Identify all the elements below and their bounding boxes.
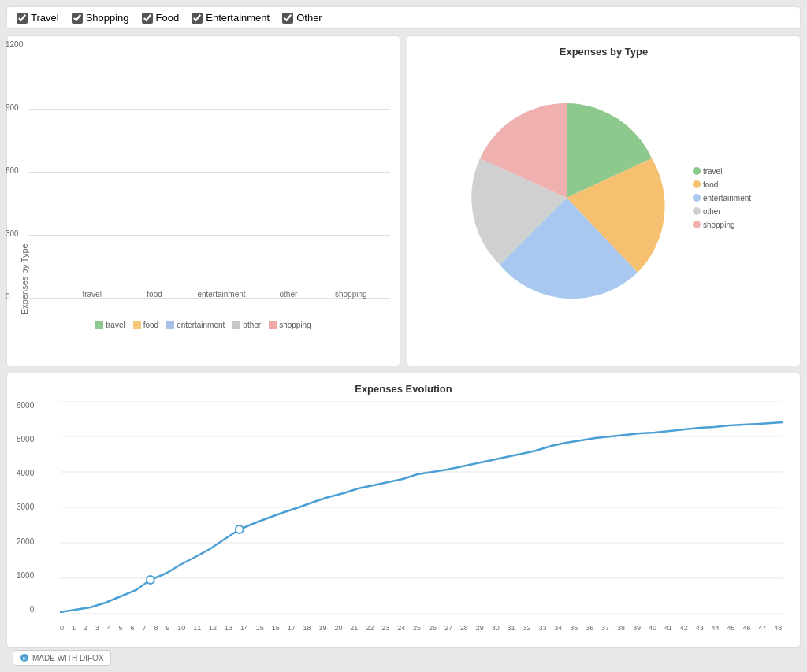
bar-entertainment-label: entertainment	[197, 290, 245, 299]
travel-checkbox[interactable]	[17, 13, 28, 24]
shopping-checkbox[interactable]	[72, 13, 83, 24]
evo-x-0: 0	[60, 624, 64, 632]
pie-legend-other-dot	[693, 207, 701, 215]
other-label: Other	[296, 12, 322, 24]
evo-y-3000: 3000	[17, 503, 34, 511]
food-label: Food	[156, 12, 180, 24]
bar-legend-other: other	[232, 321, 261, 329]
pie-legend-travel-label: travel	[703, 167, 722, 176]
bar-shopping-label: shopping	[335, 290, 367, 299]
evo-x-42: 42	[680, 624, 688, 632]
evo-x-11: 11	[193, 624, 201, 632]
evo-x-18: 18	[303, 624, 311, 632]
pie-chart-card: Expenses by Type travel	[407, 35, 801, 366]
pie-legend-shopping-dot	[693, 221, 701, 228]
bar-legend-shopping-label: shopping	[279, 321, 311, 329]
evo-x-33: 33	[538, 624, 546, 632]
bar-entertainment: entertainment	[197, 287, 245, 299]
evo-y-5000: 5000	[17, 435, 34, 444]
evo-x-16: 16	[272, 624, 280, 632]
bar-other-label: other	[280, 290, 298, 299]
pie-legend-entertainment: entertainment	[693, 194, 751, 202]
evo-svg	[60, 401, 783, 614]
evo-point-6	[147, 576, 154, 584]
pie-legend-food-label: food	[703, 180, 718, 189]
pie-legend-travel: travel	[693, 167, 751, 176]
evo-x-4: 4	[107, 624, 111, 632]
evo-x-19: 19	[319, 624, 327, 632]
evo-x-41: 41	[664, 624, 672, 632]
evo-x-25: 25	[413, 624, 421, 632]
entertainment-checkbox[interactable]	[192, 13, 203, 24]
pie-legend-food-dot	[693, 180, 701, 188]
filter-other[interactable]: Other	[282, 12, 322, 24]
evo-x-29: 29	[476, 624, 484, 632]
evo-x-13: 13	[225, 624, 232, 632]
bar-grid: 1200 900 600 300 0 travel	[29, 46, 390, 314]
evo-y-axis: 6000 5000 4000 3000 2000 1000 0	[17, 401, 37, 614]
bar-legend-travel: travel	[95, 321, 125, 329]
evo-point-11	[236, 525, 244, 533]
pie-legend-travel-dot	[693, 167, 701, 175]
bar-legend-entertainment-label: entertainment	[177, 321, 225, 329]
entertainment-label: Entertainment	[206, 12, 270, 24]
evo-x-17: 17	[288, 624, 296, 632]
evo-x-38: 38	[617, 624, 625, 632]
bars-container: travel food entertainment	[53, 46, 390, 299]
other-checkbox[interactable]	[282, 13, 293, 24]
svg-text:D: D	[23, 656, 27, 661]
evo-y-4000: 4000	[17, 469, 34, 477]
charts-row: Expenses by Type 1200 900 600 300 0	[6, 35, 801, 366]
evo-x-1: 1	[72, 624, 76, 632]
bar-legend-shopping: shopping	[269, 321, 311, 329]
bar-food: food	[135, 287, 174, 299]
evo-x-9: 9	[165, 624, 169, 632]
pie-wrapper: travel food entertainment other shopping	[417, 64, 790, 332]
pie-legend-other-label: other	[703, 207, 721, 216]
bar-food-label: food	[147, 290, 162, 299]
evo-x-10: 10	[177, 624, 185, 632]
evo-x-7: 7	[142, 624, 146, 632]
food-checkbox[interactable]	[142, 13, 153, 24]
evo-x-26: 26	[429, 624, 437, 632]
bar-travel-label: travel	[82, 290, 101, 299]
evo-x-48: 48	[774, 624, 782, 632]
evo-line	[60, 422, 783, 612]
evo-x-37: 37	[601, 624, 609, 632]
evo-x-3: 3	[95, 624, 99, 632]
evo-x-40: 40	[649, 624, 656, 632]
pie-chart-title: Expenses by Type	[417, 46, 790, 58]
evo-x-5: 5	[119, 624, 123, 632]
footer-badge: D MADE WITH DIFOX	[13, 650, 111, 666]
bar-other: other	[269, 287, 308, 299]
filter-entertainment[interactable]: Entertainment	[192, 12, 270, 24]
evo-x-22: 22	[366, 624, 374, 632]
bar-legend-food-label: food	[143, 321, 158, 329]
evo-y-0: 0	[30, 605, 35, 614]
evo-x-34: 34	[554, 624, 562, 632]
evo-y-2000: 2000	[17, 537, 34, 546]
evo-x-36: 36	[586, 624, 593, 632]
pie-legend-food: food	[693, 180, 751, 189]
filter-travel[interactable]: Travel	[17, 12, 59, 24]
evo-x-27: 27	[444, 624, 452, 632]
pie-legend-shopping: shopping	[693, 221, 751, 229]
pie-legend-entertainment-label: entertainment	[703, 194, 751, 202]
bar-legend-food: food	[133, 321, 158, 329]
bar-legend-travel-color	[95, 321, 103, 329]
evo-y-6000: 6000	[17, 401, 34, 410]
evo-x-31: 31	[508, 624, 515, 632]
evo-x-45: 45	[727, 624, 734, 632]
evo-chart-title: Expenses Evolution	[17, 383, 790, 395]
pie-legend-entertainment-dot	[693, 194, 701, 202]
evo-x-44: 44	[712, 624, 720, 632]
evo-chart-container: 6000 5000 4000 3000 2000 1000 0 0	[60, 401, 783, 637]
bar-legend-entertainment-color	[166, 321, 174, 329]
bar-legend-travel-label: travel	[106, 321, 125, 329]
evo-x-30: 30	[492, 624, 500, 632]
filter-shopping[interactable]: Shopping	[72, 12, 129, 24]
filter-food[interactable]: Food	[142, 12, 180, 24]
evo-x-23: 23	[381, 624, 389, 632]
bar-chart-card: Expenses by Type 1200 900 600 300 0	[6, 35, 400, 366]
pie-legend: travel food entertainment other shopping	[693, 167, 751, 229]
